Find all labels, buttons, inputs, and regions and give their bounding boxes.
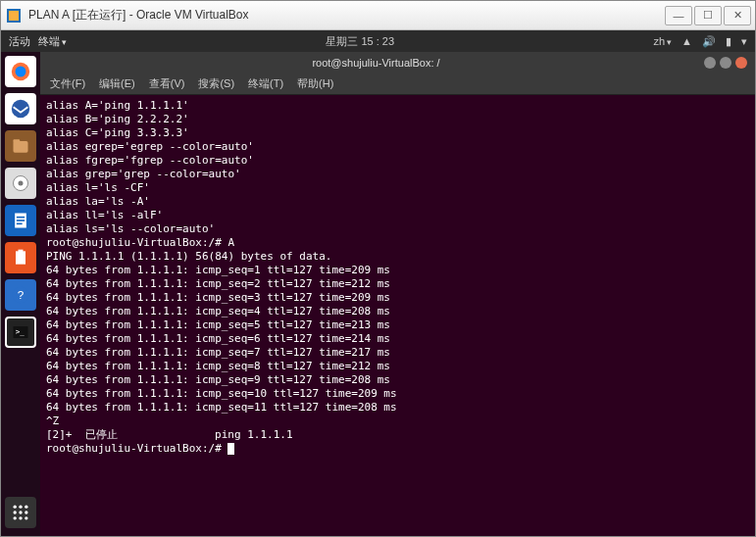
terminal-line: root@shujuliu-VirtualBox:/# [46, 442, 749, 456]
svg-rect-5 [14, 141, 28, 153]
maximize-button[interactable]: ☐ [694, 6, 722, 25]
activities-button[interactable]: 活动 [9, 34, 30, 49]
terminal-line: alias egrep='egrep --color=auto' [46, 140, 749, 154]
svg-rect-12 [17, 223, 23, 225]
terminal-line: 64 bytes from 1.1.1.1: icmp_seq=9 ttl=12… [46, 373, 749, 387]
virtualbox-window: PLAN A [正在运行] - Oracle VM VirtualBox — ☐… [0, 0, 756, 537]
terminal-minimize-icon[interactable] [704, 57, 716, 69]
svg-rect-6 [14, 139, 21, 142]
terminal-line: 64 bytes from 1.1.1.1: icmp_seq=4 ttl=12… [46, 305, 749, 318]
svg-point-20 [19, 506, 22, 509]
terminal-title: root@shujuliu-VirtualBox: / [48, 57, 704, 69]
terminal-line: alias ls='ls --color=auto' [46, 222, 749, 236]
svg-point-25 [14, 516, 17, 519]
terminal-line: 64 bytes from 1.1.1.1: icmp_seq=10 ttl=1… [46, 387, 749, 401]
firefox-icon[interactable] [5, 56, 36, 87]
power-icon[interactable]: ▾ [741, 35, 747, 48]
terminal-output[interactable]: alias A='ping 1.1.1.1'alias B='ping 2.2.… [40, 95, 755, 536]
menu-terminal[interactable]: 终端(T) [248, 76, 283, 91]
terminal-line: 64 bytes from 1.1.1.1: icmp_seq=6 ttl=12… [46, 332, 749, 346]
svg-text:?: ? [18, 288, 25, 301]
menu-search[interactable]: 搜索(S) [198, 76, 234, 91]
svg-rect-14 [19, 250, 24, 253]
menu-help[interactable]: 帮助(H) [297, 76, 333, 91]
terminal-line: alias l='ls -CF' [46, 181, 749, 195]
terminal-line: 64 bytes from 1.1.1.1: icmp_seq=8 ttl=12… [46, 360, 749, 373]
battery-icon[interactable]: ▮ [726, 35, 731, 48]
window-controls: — ☐ ✕ [665, 6, 751, 25]
svg-rect-11 [17, 220, 25, 221]
svg-point-23 [19, 511, 22, 513]
terminal-maximize-icon[interactable] [720, 57, 731, 69]
close-button[interactable]: ✕ [724, 6, 751, 25]
system-tray[interactable]: zh ▲ 🔊 ▮ ▾ [653, 35, 747, 48]
terminal-line: 64 bytes from 1.1.1.1: icmp_seq=11 ttl=1… [46, 401, 749, 415]
terminal-line: alias fgrep='fgrep --color=auto' [46, 154, 749, 168]
thunderbird-icon[interactable] [5, 93, 36, 124]
menu-file[interactable]: 文件(F) [50, 76, 85, 91]
svg-point-26 [19, 516, 22, 519]
terminal-line: [2]+ 已停止 ping 1.1.1.1 [46, 428, 749, 442]
terminal-line: 64 bytes from 1.1.1.1: icmp_seq=7 ttl=12… [46, 346, 749, 360]
svg-point-21 [25, 506, 27, 509]
terminal-line: alias grep='grep --color=auto' [46, 168, 749, 181]
input-method-indicator[interactable]: zh [653, 35, 672, 47]
minimize-button[interactable]: — [665, 6, 692, 25]
files-icon[interactable] [5, 130, 36, 162]
terminal-line: alias A='ping 1.1.1.1' [46, 99, 749, 113]
gnome-topbar: 活动 终端 星期三 15 : 23 zh ▲ 🔊 ▮ ▾ [1, 30, 755, 52]
terminal-window: root@shujuliu-VirtualBox: / 文件(F) 编辑(E) … [40, 52, 755, 536]
svg-point-22 [14, 511, 17, 513]
svg-rect-10 [17, 217, 25, 219]
svg-point-24 [25, 511, 27, 513]
terminal-line: alias ll='ls -alF' [46, 209, 749, 222]
terminal-line: 64 bytes from 1.1.1.1: icmp_seq=3 ttl=12… [46, 291, 749, 305]
terminal-line: 64 bytes from 1.1.1.1: icmp_seq=2 ttl=12… [46, 277, 749, 291]
svg-rect-13 [16, 251, 25, 264]
terminal-line: ^Z [46, 415, 749, 428]
terminal-menubar: 文件(F) 编辑(E) 查看(V) 搜索(S) 终端(T) 帮助(H) [40, 73, 755, 95]
menu-view[interactable]: 查看(V) [149, 76, 185, 91]
svg-point-27 [25, 516, 27, 519]
terminal-line: root@shujuliu-VirtualBox:/# A [46, 236, 749, 250]
clock[interactable]: 星期三 15 : 23 [67, 34, 653, 49]
network-icon[interactable]: ▲ [681, 35, 692, 47]
volume-icon[interactable]: 🔊 [702, 35, 716, 48]
ubuntu-launcher: ? >_ [1, 52, 40, 536]
terminal-line: alias la='ls -A' [46, 195, 749, 209]
virtualbox-icon [5, 7, 23, 24]
svg-text:>_: >_ [16, 327, 25, 336]
terminal-line: 64 bytes from 1.1.1.1: icmp_seq=5 ttl=12… [46, 318, 749, 332]
show-applications-icon[interactable] [5, 497, 36, 528]
topbar-terminal-menu[interactable]: 终端 [38, 34, 67, 49]
terminal-close-icon[interactable] [735, 57, 747, 69]
rhythmbox-icon[interactable] [5, 168, 36, 199]
terminal-line: alias B='ping 2.2.2.2' [46, 113, 749, 126]
ubuntu-desktop: 活动 终端 星期三 15 : 23 zh ▲ 🔊 ▮ ▾ [1, 30, 755, 536]
terminal-line: alias C='ping 3.3.3.3' [46, 126, 749, 140]
svg-point-19 [14, 506, 17, 509]
svg-point-3 [16, 67, 26, 77]
libreoffice-writer-icon[interactable] [5, 205, 36, 236]
window-title: PLAN A [正在运行] - Oracle VM VirtualBox [28, 7, 665, 24]
terminal-line: PING 1.1.1.1 (1.1.1.1) 56(84) bytes of d… [46, 250, 749, 264]
terminal-launcher-icon[interactable]: >_ [5, 317, 36, 348]
menu-edit[interactable]: 编辑(E) [99, 76, 135, 91]
window-titlebar[interactable]: PLAN A [正在运行] - Oracle VM VirtualBox — ☐… [1, 1, 755, 30]
terminal-line: 64 bytes from 1.1.1.1: icmp_seq=1 ttl=12… [46, 264, 749, 277]
ubuntu-software-icon[interactable] [5, 242, 36, 273]
svg-point-8 [19, 181, 24, 186]
svg-rect-1 [9, 11, 19, 21]
terminal-titlebar[interactable]: root@shujuliu-VirtualBox: / [40, 52, 755, 73]
help-icon[interactable]: ? [5, 279, 36, 311]
cursor [227, 443, 234, 455]
